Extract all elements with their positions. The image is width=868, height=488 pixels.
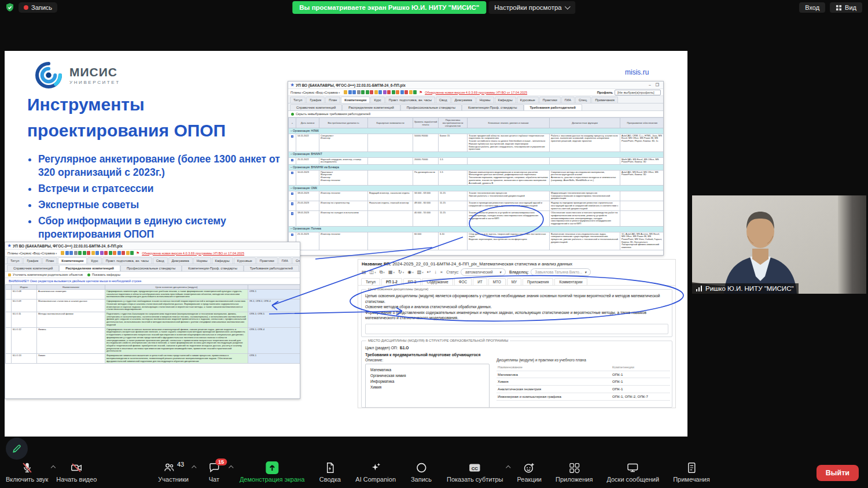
menu-Вид[interactable]: Вид	[34, 252, 42, 255]
start-video-button[interactable]: Начать видео	[56, 461, 97, 483]
tab-Профессиональные стандарты[interactable]: Профессиональные стандарты	[400, 104, 462, 110]
rp-tool-icon[interactable]: ◉▾	[407, 269, 414, 275]
chevron-up-icon[interactable]	[506, 465, 510, 470]
chevron-up-icon[interactable]	[192, 465, 196, 470]
chat-button[interactable]: Чат15	[203, 461, 226, 483]
window-title-bar[interactable]: ★ УП ВО (БАКАЛАВРЫ, ФГОС-3++) 22.03.01-Б…	[5, 242, 300, 249]
tab-Приложения[interactable]: Приложения	[523, 278, 553, 285]
menu-Вид[interactable]: Вид	[317, 91, 325, 94]
menu-Сервис[interactable]: Сервис	[303, 91, 317, 94]
tab-Титул[interactable]: Титул	[7, 257, 23, 264]
summary-button[interactable]: Сводка	[318, 461, 341, 483]
window-controls[interactable]: – ❐	[649, 83, 661, 87]
menu-Сервис[interactable]: Сервис	[20, 252, 34, 255]
view-button[interactable]: Вид	[830, 2, 862, 13]
share-screen-button[interactable]: Демонстрация экрана	[240, 461, 304, 483]
window-title-bar[interactable]: ★ УП ВО (БАКАЛАВРЫ, ФГОС-3++) 22.03.01-Б…	[288, 82, 663, 88]
row-checkbox[interactable]	[291, 159, 294, 162]
tab-Профессиональные стандарты[interactable]: Профессиональные стандарты	[120, 265, 182, 271]
tab-Титул[interactable]: Титул	[361, 278, 380, 285]
tab-ГИА[interactable]: ГИА	[278, 257, 292, 264]
update-link[interactable]: Обнаружена новая версия 4.0.3.69 програм…	[142, 252, 244, 255]
leave-button[interactable]: Выйти	[816, 465, 859, 481]
row-checkbox[interactable]	[291, 212, 294, 215]
tab-Спец.[interactable]: Спец.	[575, 97, 591, 103]
rp-tool-icon[interactable]: ↓	[434, 269, 436, 275]
table-row[interactable]: 10.01.2023Практикант Выпускник Инженер И…	[289, 170, 664, 186]
org-group-row[interactable]: – Организация: Полема	[289, 226, 664, 232]
table-row[interactable]: Б1.О.13ХимияФормирование химического мыш…	[6, 354, 301, 364]
toolbar-icons[interactable]	[61, 251, 134, 255]
record-button[interactable]: Запись	[410, 461, 433, 483]
tab-Требования работодателей[interactable]: Требования работодателей	[524, 104, 582, 110]
owner-dropdown[interactable]: Владелец: Завьялова Татьяна Викто...▾	[509, 268, 591, 276]
tab-Практики[interactable]: Практики	[539, 97, 561, 103]
mute-button[interactable]: Включить звук	[6, 461, 48, 483]
row-checkbox[interactable]	[291, 193, 294, 195]
notes-button[interactable]: Примечания	[673, 461, 710, 483]
status-dropdown[interactable]: Статус: автоматический▾	[446, 268, 506, 276]
rp-tool-icon[interactable]: ◫▾	[370, 269, 376, 275]
tab-Свод[interactable]: Свод	[153, 257, 168, 264]
tab-План[interactable]: План	[42, 257, 57, 264]
tab-Титул[interactable]: Титул	[290, 97, 306, 103]
table-row[interactable]: 18.01.2023Инженер по наладке и испытания…	[289, 211, 664, 227]
toolbar-icons[interactable]	[344, 90, 417, 94]
tab-Диаграмма[interactable]: Диаграмма	[451, 97, 476, 103]
tab-РП 1-2[interactable]: РП 1-2	[381, 278, 402, 285]
goals-empty-box[interactable]	[365, 324, 668, 334]
plan-row[interactable]: Инженерная и компьютерная графикаОПК-1, …	[496, 393, 670, 401]
row-checkbox[interactable]	[291, 202, 294, 205]
profile-field[interactable]: Профиль [Не выбран(а)профиль]	[597, 90, 661, 95]
tab-Практ. подготовка, ан. часы[interactable]: Практ. подготовка, ан. часы	[385, 97, 435, 103]
rp-tool-icon[interactable]: ⧉▾	[380, 269, 385, 275]
table-row[interactable]: 25.01.2023Инженер по строительствуНачаль…	[289, 201, 664, 211]
tab-Курс[interactable]: Курс	[370, 97, 384, 103]
plan-row[interactable]: Аналитическая геометрияОПК-1	[496, 386, 670, 393]
tab-ИТ[interactable]: ИТ	[473, 278, 487, 285]
tab-ГИА[interactable]: ГИА	[561, 97, 575, 103]
tab-Компетенции-Проф. стандарты[interactable]: Компетенции-Проф. стандарты	[462, 104, 524, 110]
tab-Примечания[interactable]: Примечания	[591, 97, 617, 103]
plan-row[interactable]: МатематикаОПК-1	[496, 371, 670, 379]
view-settings-button[interactable]: Настройки просмотра	[488, 1, 575, 14]
row-checkbox[interactable]	[291, 135, 294, 138]
tab-РП-3[interactable]: РП-3	[403, 278, 421, 285]
tab-Компетенции[interactable]: Компетенции	[58, 257, 87, 264]
rp-tool-icon[interactable]: ↻▾	[398, 269, 404, 275]
menu-Справка[interactable]: Справка	[42, 252, 57, 255]
table-row[interactable]: Б1.О.09Математическая статистика и анали…	[6, 300, 301, 312]
tab-Практ. подготовка, ан. часы[interactable]: Практ. подготовка, ан. часы	[102, 257, 152, 264]
row-checkbox[interactable]	[291, 234, 294, 236]
show-departments-button[interactable]: Показать кафедры	[87, 273, 120, 276]
hide-unselected-button[interactable]: Скрыть невыбранные требования работодате…	[291, 112, 370, 116]
org-group-row[interactable]: – Организация: ОМК	[289, 186, 664, 191]
captions-button[interactable]: CCПоказать субтитры	[447, 461, 503, 483]
row-checkbox[interactable]	[291, 172, 294, 175]
chevron-up-icon[interactable]	[51, 465, 56, 470]
table-row[interactable]: 21.11.2023Инженер-технолог60 0006-10Сбор…	[289, 232, 664, 250]
org-group-row[interactable]: – Организация: ВНИИНМ им Бочвара	[289, 165, 664, 171]
tab-Справочник компетенций[interactable]: Справочник компетенций	[290, 104, 342, 110]
tab-Содержание[interactable]: Содержание	[422, 278, 453, 285]
tab-МТО[interactable]: МТО	[488, 278, 506, 285]
ai-companion-button[interactable]: AI Companion	[355, 461, 396, 483]
tab-Комментарии[interactable]: Комментарии	[554, 278, 587, 285]
whiteboards-button[interactable]: Доски сообщений	[606, 461, 659, 483]
chevron-up-icon[interactable]	[229, 465, 233, 470]
menu-Справка[interactable]: Справка	[325, 91, 340, 94]
table-row[interactable]: Б1.О.11Методы математической физикиПодго…	[6, 312, 301, 328]
tab-Компетенции-Проф. стандарты[interactable]: Компетенции-Проф. стандарты	[182, 265, 244, 271]
org-group-row[interactable]: – Организация: ВНИИКТ	[289, 151, 664, 157]
participants-button[interactable]: 43Участники	[158, 461, 189, 483]
table-row[interactable]: Б1.О.08Аналитическая геометрияСформирова…	[6, 290, 301, 300]
tab-Спец.[interactable]: Спец.	[292, 257, 300, 264]
tab-Кафедры[interactable]: Кафедры	[212, 257, 233, 264]
tab-График[interactable]: График	[23, 257, 42, 264]
menu-Планы[interactable]: Планы	[8, 252, 20, 255]
tab-Требования работодателей[interactable]: Требования работодателей	[244, 265, 299, 271]
plan-row[interactable]: ХимияОПК-1	[496, 378, 670, 386]
table-row[interactable]: 18.01.2023Инженер-технологВедущий инжене…	[289, 191, 664, 201]
rp-tool-icon[interactable]: ▦▾	[388, 269, 395, 275]
table-row[interactable]: Б1.О.12ФизикаСформировать знания основны…	[6, 327, 301, 353]
